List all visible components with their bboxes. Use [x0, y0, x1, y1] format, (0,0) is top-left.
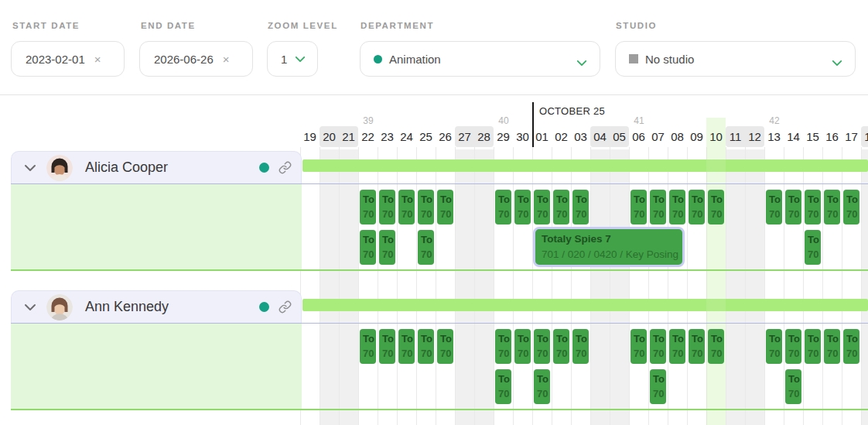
task-cell[interactable]: To70 [534, 190, 550, 224]
day-17: 17 [842, 129, 861, 146]
task-cell[interactable]: To70 [553, 329, 569, 364]
task-cell-line2: 70 [653, 207, 666, 221]
day-gridline [784, 147, 784, 425]
task-cell-line1: To [634, 192, 647, 207]
day-11: 11 [726, 129, 745, 146]
task-cell[interactable]: To70 [379, 190, 395, 224]
selected-task-bar[interactable]: Totaly Spies 7701 / 020 / 0420 / Key Pos… [533, 227, 685, 267]
department-select[interactable]: Animation [360, 41, 600, 77]
task-cell[interactable]: To70 [708, 329, 724, 364]
clear-start-date-icon[interactable]: × [94, 53, 101, 66]
studio-square-icon [629, 54, 638, 63]
task-cell[interactable]: To70 [650, 369, 666, 404]
task-cell[interactable]: To70 [843, 329, 859, 364]
task-cell[interactable]: To70 [437, 329, 453, 364]
clear-end-date-icon[interactable]: × [223, 53, 230, 66]
task-cell[interactable]: To70 [437, 190, 453, 224]
task-cell-line2: 70 [518, 346, 531, 361]
task-cell[interactable]: To70 [495, 369, 511, 404]
task-cell[interactable]: To70 [805, 230, 821, 265]
task-cell[interactable]: To70 [843, 190, 859, 224]
status-dot [259, 163, 269, 173]
task-cell[interactable]: To70 [534, 369, 550, 404]
day-gridline [764, 147, 765, 425]
task-cell[interactable]: To70 [708, 190, 724, 224]
task-cell[interactable]: To70 [689, 190, 705, 224]
day-gridline [320, 147, 320, 425]
task-cell[interactable]: To70 [785, 329, 801, 364]
link-icon[interactable] [279, 161, 292, 174]
day-05: 05 [610, 129, 629, 146]
task-cell-line2: 70 [672, 346, 685, 361]
task-cell[interactable]: To70 [418, 230, 434, 265]
studio-value: No studio [645, 53, 694, 66]
task-cell-line1: To [537, 192, 550, 207]
task-cell-line2: 70 [518, 207, 531, 221]
studio-select[interactable]: No studio [615, 41, 856, 77]
day-26: 26 [436, 129, 455, 146]
task-cell[interactable]: To70 [766, 329, 782, 364]
task-cell[interactable]: To70 [650, 329, 666, 364]
task-cell[interactable]: To70 [418, 329, 434, 364]
end-date-label: END DATE [141, 21, 196, 30]
link-icon[interactable] [279, 300, 292, 314]
task-cell[interactable]: To70 [495, 329, 511, 364]
task-cell[interactable]: To70 [630, 329, 647, 364]
task-cell[interactable]: To70 [495, 190, 511, 224]
day-gridline [397, 147, 398, 425]
task-cell-line1: To [421, 192, 434, 207]
task-cell[interactable]: To70 [360, 190, 376, 224]
person-name: Alicia Cooper [85, 159, 259, 176]
day-14: 14 [784, 129, 803, 146]
day-gridline [803, 147, 804, 425]
task-cell-line1: To [440, 331, 453, 346]
task-cell[interactable]: To70 [689, 329, 705, 364]
day-27: 27 [455, 129, 474, 146]
task-cell[interactable]: To70 [766, 190, 782, 224]
day-29: 29 [494, 129, 513, 146]
task-cell-line1: To [769, 192, 782, 207]
zoom-level-select[interactable]: 1 [267, 41, 318, 77]
task-cell-line1: To [827, 192, 840, 207]
task-cell[interactable]: To70 [553, 190, 569, 224]
start-date-input[interactable]: 2023-02-01 × [11, 41, 125, 77]
collapse-chevron-icon[interactable] [24, 303, 36, 311]
task-cell-line1: To [421, 232, 434, 247]
task-cell[interactable]: To70 [630, 190, 647, 224]
task-cell-line1: To [769, 331, 782, 346]
task-cell[interactable]: To70 [669, 190, 685, 224]
day-25: 25 [416, 129, 436, 146]
task-cell[interactable]: To70 [824, 329, 840, 364]
person-row-header-0[interactable]: Alicia Cooper [11, 151, 302, 183]
task-cell[interactable]: To70 [418, 190, 434, 224]
task-cell[interactable]: To70 [379, 230, 395, 265]
task-cell[interactable]: To70 [805, 329, 821, 364]
task-cell[interactable]: To70 [514, 329, 531, 364]
task-cell[interactable]: To70 [785, 369, 801, 404]
task-cell[interactable]: To70 [572, 190, 589, 224]
task-cell-line1: To [846, 192, 859, 207]
collapse-chevron-icon[interactable] [24, 164, 36, 172]
header-divider [0, 94, 868, 95]
task-cell-line2: 70 [382, 207, 395, 221]
task-cell[interactable]: To70 [805, 190, 821, 224]
task-cell[interactable]: To70 [824, 190, 840, 224]
person-row-header-1[interactable]: Ann Kennedy [11, 290, 302, 323]
task-cell[interactable]: To70 [785, 190, 801, 224]
task-cell[interactable]: To70 [572, 329, 589, 364]
task-cell[interactable]: To70 [669, 329, 685, 364]
task-cell-line2: 70 [711, 346, 724, 361]
end-date-input[interactable]: 2026-06-26 × [139, 41, 253, 77]
task-cell[interactable]: To70 [398, 190, 415, 224]
task-cell-line2: 70 [556, 207, 569, 221]
task-cell[interactable]: To70 [360, 230, 376, 265]
task-cell[interactable]: To70 [534, 329, 550, 364]
task-cell[interactable]: To70 [398, 329, 415, 364]
task-cell-line1: To [556, 331, 569, 346]
task-cell-line1: To [653, 192, 666, 207]
chevron-down-icon [576, 56, 587, 69]
task-cell[interactable]: To70 [379, 329, 395, 364]
task-cell[interactable]: To70 [650, 190, 666, 224]
task-cell[interactable]: To70 [514, 190, 531, 224]
task-cell[interactable]: To70 [360, 329, 376, 364]
